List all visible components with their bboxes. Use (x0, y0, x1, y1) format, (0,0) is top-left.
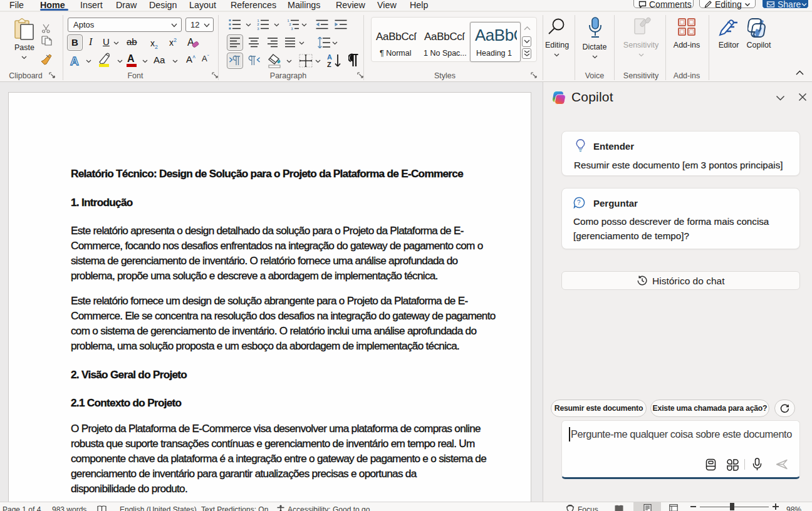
svg-text:1: 1 (288, 19, 289, 23)
svg-text:3: 3 (258, 27, 259, 31)
svg-text:1: 1 (258, 19, 259, 23)
svg-text:A: A (327, 53, 332, 61)
svg-text:?: ? (577, 199, 581, 206)
svg-text:A: A (70, 54, 79, 68)
svg-text:Z: Z (327, 61, 331, 68)
svg-text:2: 2 (289, 23, 291, 26)
svg-text:2: 2 (258, 23, 259, 26)
svg-text:3: 3 (291, 27, 293, 31)
